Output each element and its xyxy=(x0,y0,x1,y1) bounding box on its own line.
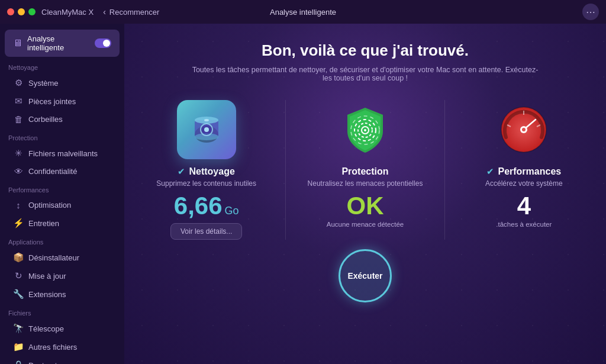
cards-container: ✔ Nettoyage Supprimez les contenus inuti… xyxy=(148,100,582,240)
page-title: Bon, voilà ce que j'ai trouvé. xyxy=(262,41,469,60)
sidebar-item-corbeilles[interactable]: 🗑 Corbeilles xyxy=(5,111,120,128)
titlebar: CleanMyMac X ‹ Recommencer Analyse intel… xyxy=(0,0,606,24)
extensions-icon: 🔧 xyxy=(13,289,24,299)
svg-point-6 xyxy=(204,119,209,121)
card-protection: Protection Neutralisez les menaces poten… xyxy=(307,100,423,240)
nettoyage-title: Nettoyage xyxy=(189,166,234,177)
autres-fichiers-icon: 📁 xyxy=(13,342,24,352)
protection-title: Protection xyxy=(341,166,388,177)
optimisation-label: Optimisation xyxy=(28,201,71,210)
nettoyage-value-row: 6,66 Go xyxy=(174,194,239,218)
back-nav[interactable]: ‹ Recommencer xyxy=(103,7,159,17)
execute-button[interactable]: Exécuter xyxy=(339,249,392,302)
fichiers-malveillants-label: Fichiers malveillants xyxy=(28,149,98,158)
nettoyage-unit: Go xyxy=(225,205,239,217)
sidebar-item-analyse-intelligente[interactable]: 🖥 Analyse intelligente xyxy=(5,30,120,57)
svg-point-11 xyxy=(364,129,366,131)
nettoyage-value: 6,66 xyxy=(174,194,223,218)
destructeur-label: Destructeur xyxy=(28,361,68,365)
svg-point-18 xyxy=(522,128,526,131)
sidebar-item-mise-a-jour[interactable]: ↻ Mise à jour xyxy=(5,267,120,285)
sidebar-section-applications: Applications xyxy=(0,233,124,248)
sidebar-item-telescope[interactable]: 🔭 Télescope xyxy=(5,320,120,337)
mise-a-jour-icon: ↻ xyxy=(13,270,24,281)
telescope-icon: 🔭 xyxy=(13,323,24,334)
page-subtitle: Toutes les tâches permettant de nettoyer… xyxy=(188,66,543,82)
sidebar-section-fichiers: Fichiers xyxy=(0,304,124,319)
pieces-jointes-label: Pièces jointes xyxy=(28,97,76,106)
sidebar-item-systeme[interactable]: ⚙ Système xyxy=(5,74,120,92)
performances-desc: Accélérez votre système xyxy=(485,179,563,188)
performances-title-row: ✔ Performances xyxy=(486,166,561,177)
corbeilles-icon: 🗑 xyxy=(13,114,24,124)
corbeilles-label: Corbeilles xyxy=(28,115,63,124)
nettoyage-icon xyxy=(177,100,236,159)
card-nettoyage: ✔ Nettoyage Supprimez les contenus inuti… xyxy=(148,100,265,240)
sidebar-item-autres-fichiers[interactable]: 📁 Autres fichiers xyxy=(5,338,120,356)
extensions-label: Extensions xyxy=(28,290,66,299)
protection-icon xyxy=(336,100,395,159)
protection-desc: Neutralisez les menaces potentielles xyxy=(308,179,423,188)
divider-2 xyxy=(444,100,445,240)
performances-sub: .tâches à exécuter xyxy=(496,221,552,228)
performances-icon xyxy=(494,100,553,159)
sidebar-section-performances: Performances xyxy=(0,181,124,196)
protection-sub: Aucune menace détectée xyxy=(327,221,404,228)
minimize-button[interactable] xyxy=(18,8,25,15)
more-icon: ⋯ xyxy=(586,7,595,18)
sidebar-item-destructeur[interactable]: 🔒 Destructeur xyxy=(5,356,120,364)
back-icon: ‹ xyxy=(103,7,106,17)
pieces-jointes-icon: ✉ xyxy=(13,96,24,107)
divider-1 xyxy=(285,100,286,240)
sidebar-item-pieces-jointes[interactable]: ✉ Pièces jointes xyxy=(5,92,120,110)
protection-title-row: Protection xyxy=(341,166,388,177)
sidebar-item-confidentialite[interactable]: 👁 Confidentialité xyxy=(5,163,120,180)
performances-check-icon: ✔ xyxy=(486,166,494,177)
sidebar-item-fichiers-malveillants[interactable]: ✳ Fichiers malveillants xyxy=(5,144,120,162)
sidebar-item-extensions[interactable]: 🔧 Extensions xyxy=(5,285,120,303)
sidebar-item-desinstallateur[interactable]: 📦 Désinstallateur xyxy=(5,249,120,266)
mise-a-jour-label: Mise à jour xyxy=(28,272,66,281)
toggle-switch[interactable] xyxy=(95,38,111,48)
nettoyage-details-button[interactable]: Voir les détails... xyxy=(170,223,242,240)
nettoyage-desc: Supprimez les contenus inutiles xyxy=(156,179,256,188)
back-label: Recommencer xyxy=(109,8,160,17)
systeme-icon: ⚙ xyxy=(13,78,24,88)
sidebar-section-nettoyage: Nettoyage xyxy=(0,58,124,73)
performances-title: Performances xyxy=(498,166,561,177)
performances-value: 4 xyxy=(517,194,531,218)
protection-value: OK xyxy=(346,194,383,218)
maximize-button[interactable] xyxy=(28,8,36,15)
more-button[interactable]: ⋯ xyxy=(582,4,599,20)
app-name: CleanMyMac X xyxy=(41,8,94,17)
sidebar-active-label: Analyse intelligente xyxy=(27,34,90,52)
close-button[interactable] xyxy=(7,8,14,15)
optimisation-icon: ↕ xyxy=(13,200,24,210)
desinstallateur-label: Désinstallateur xyxy=(28,253,79,262)
more-menu[interactable]: ⋯ xyxy=(582,4,599,20)
destructeur-icon: 🔒 xyxy=(13,360,24,364)
entretien-label: Entretien xyxy=(28,219,59,228)
entretien-icon: ⚡ xyxy=(13,218,24,228)
sidebar: 🖥 Analyse intelligente Nettoyage ⚙ Systè… xyxy=(0,24,124,364)
confidentialite-label: Confidentialité xyxy=(28,167,77,176)
main-content: Bon, voilà ce que j'ai trouvé. Toutes le… xyxy=(124,24,606,364)
sidebar-section-protection: Protection xyxy=(0,128,124,144)
fichiers-malveillants-icon: ✳ xyxy=(13,148,24,159)
systeme-label: Système xyxy=(28,79,59,88)
analyse-icon: 🖥 xyxy=(13,38,22,49)
svg-point-5 xyxy=(204,127,209,132)
telescope-label: Télescope xyxy=(28,324,64,333)
execute-button-wrap: Exécuter xyxy=(339,249,392,302)
main-layout: 🖥 Analyse intelligente Nettoyage ⚙ Systè… xyxy=(0,24,606,364)
traffic-lights xyxy=(7,8,36,15)
nettoyage-title-row: ✔ Nettoyage xyxy=(178,166,234,177)
confidentialite-icon: 👁 xyxy=(13,166,24,176)
nettoyage-check-icon: ✔ xyxy=(178,166,185,177)
window-title: Analyse intelligente xyxy=(270,8,336,17)
sidebar-item-entretien[interactable]: ⚡ Entretien xyxy=(5,214,120,232)
autres-fichiers-label: Autres fichiers xyxy=(28,343,77,352)
desinstallateur-icon: 📦 xyxy=(13,252,24,263)
sidebar-item-optimisation[interactable]: ↕ Optimisation xyxy=(5,197,120,214)
card-performances: ✔ Performances Accélérez votre système 4… xyxy=(466,100,582,240)
